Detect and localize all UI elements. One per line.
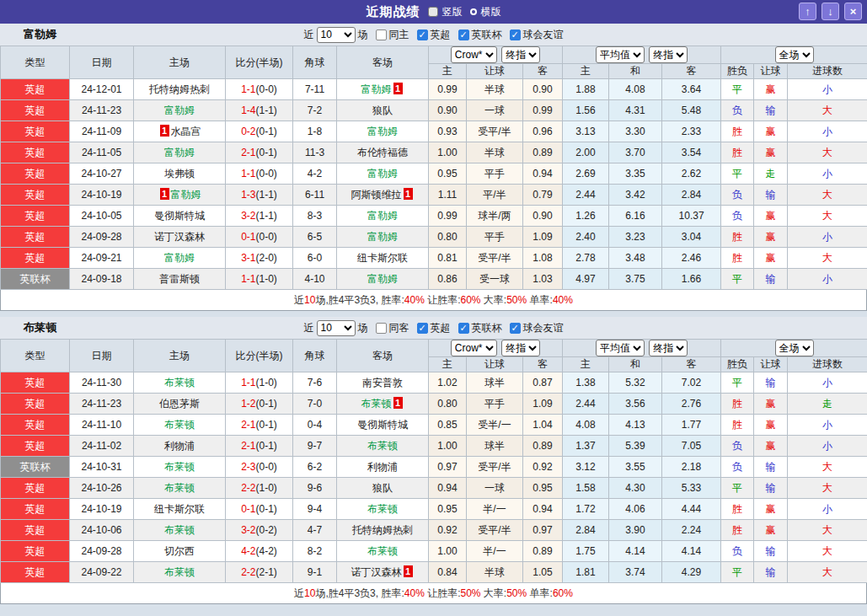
- handicap-away-odds: 1.08: [523, 248, 563, 269]
- layout-radio-vertical[interactable]: 竖版: [428, 5, 463, 19]
- handicap-line: 一球: [467, 100, 523, 121]
- team-name: 普雷斯顿: [159, 273, 200, 285]
- team-name: 布莱顿: [367, 503, 398, 515]
- result-handicap: 赢: [754, 227, 788, 248]
- result-handicap: 输: [754, 185, 788, 206]
- result-wdl: 负: [721, 100, 754, 121]
- same-venue-checkbox[interactable]: [376, 323, 387, 334]
- team-name: 利物浦: [164, 440, 195, 452]
- result-handicap: 输: [754, 541, 788, 562]
- result-goals: 小: [788, 269, 867, 290]
- team-name: 曼彻斯特城: [154, 210, 205, 222]
- result-wdl: 胜: [721, 499, 754, 520]
- result-goals: 小: [788, 415, 867, 436]
- match-date: 24-11-10: [70, 415, 134, 436]
- average-stage-select[interactable]: 终指: [649, 46, 688, 63]
- scroll-down-button[interactable]: ↓: [822, 3, 839, 20]
- result-wdl: 胜: [721, 227, 754, 248]
- result-goals: 小: [788, 121, 867, 142]
- scroll-up-button[interactable]: ↑: [799, 3, 816, 20]
- home-team-cell: 伯恩茅斯: [134, 394, 226, 415]
- home-team-cell: 富勒姆: [134, 100, 226, 121]
- result-goals: 大: [788, 185, 867, 206]
- team-name: 富勒姆: [361, 83, 392, 95]
- match-date: 24-09-21: [70, 248, 134, 269]
- avg-draw-odds: 5.32: [609, 372, 662, 394]
- recent-count-select[interactable]: 10: [317, 320, 356, 336]
- handicap-stage-select[interactable]: 终指: [501, 46, 540, 63]
- corner-score: 8-3: [293, 206, 337, 227]
- average-source-select[interactable]: 平均值: [596, 340, 645, 356]
- summary-line: 近10场,胜4平3负3, 胜率:40% 让胜率:60% 大率:50% 单率:40…: [0, 290, 867, 311]
- result-handicap: 赢: [754, 248, 788, 269]
- same-venue-label: 同客: [389, 321, 409, 335]
- result-handicap: 赢: [754, 142, 788, 163]
- average-stage-select[interactable]: 终指: [649, 340, 688, 356]
- handicap-line: 半球: [467, 79, 523, 100]
- odds-company-select[interactable]: Crow*: [451, 340, 497, 356]
- match-date: 24-11-23: [70, 394, 134, 415]
- avg-draw-odds: 3.42: [609, 185, 662, 206]
- scope-select[interactable]: 全场: [775, 340, 814, 356]
- home-team-cell: 布莱顿: [134, 520, 226, 541]
- league-checkbox-eflcup[interactable]: [458, 29, 469, 40]
- home-team-cell: 普雷斯顿: [134, 269, 226, 290]
- summary-text: 近: [294, 294, 304, 306]
- avg-away-odds: 1.77: [662, 415, 721, 436]
- handicap-away-odds: 0.79: [523, 185, 563, 206]
- col-header-score: 比分(半场): [226, 340, 293, 372]
- team-name: 富勒姆: [164, 104, 195, 116]
- handicap-home-odds: 0.93: [429, 121, 467, 142]
- handicap-stage-select[interactable]: 终指: [501, 340, 540, 356]
- recent-count-select[interactable]: 10: [317, 27, 356, 43]
- red-card-badge: 1: [393, 83, 403, 94]
- home-team-cell: 曼彻斯特城: [134, 206, 226, 227]
- match-score: 1-1(1-0): [226, 372, 293, 394]
- match-date: 24-11-23: [70, 100, 134, 121]
- avg-home-odds: 1.88: [563, 79, 609, 100]
- summary-text: 场,胜4平3负3, 胜率:: [315, 587, 404, 599]
- same-venue-checkbox[interactable]: [376, 29, 387, 40]
- corner-score: 1-8: [293, 121, 337, 142]
- scope-select[interactable]: 全场: [775, 46, 814, 63]
- match-score: 2-1(0-1): [226, 436, 293, 457]
- league-badge: 英超: [1, 520, 70, 541]
- handicap-home-odds: 0.97: [429, 457, 467, 478]
- league-badge: 英超: [1, 248, 70, 269]
- layout-radio-horizontal[interactable]: 横版: [470, 5, 501, 19]
- league-checkbox-epl[interactable]: [417, 29, 428, 40]
- matches-table: 类型 日期 主场 比分(半场) 角球 客场 Crow* 终指 平均值 终指 全场: [0, 339, 867, 583]
- close-button[interactable]: ×: [844, 3, 862, 20]
- away-team-cell: 布伦特福德: [337, 142, 429, 163]
- home-team-cell: 埃弗顿: [134, 163, 226, 185]
- league-checkbox-friendly[interactable]: [510, 323, 521, 334]
- summary-text: 单率:: [527, 587, 553, 599]
- handicap-line: 球半: [467, 372, 523, 394]
- away-team-cell: 诺丁汉森林1: [337, 562, 429, 583]
- league-checkbox-epl[interactable]: [417, 323, 428, 334]
- team-name: 狼队: [372, 104, 393, 116]
- team-name: 托特纳姆热刺: [149, 83, 210, 95]
- same-venue-label: 同主: [389, 28, 409, 42]
- result-handicap: 输: [754, 269, 788, 290]
- average-source-select[interactable]: 平均值: [596, 46, 645, 63]
- col-header-avg-home: 主: [563, 64, 609, 79]
- match-score: 2-2(2-1): [226, 562, 293, 583]
- odds-company-select[interactable]: Crow*: [451, 46, 497, 63]
- avg-draw-odds: 3.35: [609, 163, 662, 185]
- result-wdl: 平: [721, 163, 754, 185]
- match-date: 24-11-09: [70, 121, 134, 142]
- col-header-type: 类型: [1, 46, 70, 79]
- red-card-badge: 1: [160, 125, 169, 137]
- match-date: 24-10-19: [70, 499, 134, 520]
- handicap-home-odds: 0.90: [429, 100, 467, 121]
- average-dropdown-cell: 平均值 终指: [563, 46, 721, 64]
- team-name: 水晶宫: [171, 126, 201, 137]
- result-goals: 大: [788, 478, 867, 499]
- corner-score: 11-3: [293, 142, 337, 163]
- team-name: 富勒姆: [367, 210, 398, 222]
- league-checkbox-eflcup[interactable]: [458, 323, 469, 334]
- league-checkbox-friendly[interactable]: [510, 29, 521, 40]
- match-score: 0-1(0-1): [226, 499, 293, 520]
- filter-bar: 布莱顿 近 10 场 同客 英超 英联杯 球会友谊: [0, 317, 867, 339]
